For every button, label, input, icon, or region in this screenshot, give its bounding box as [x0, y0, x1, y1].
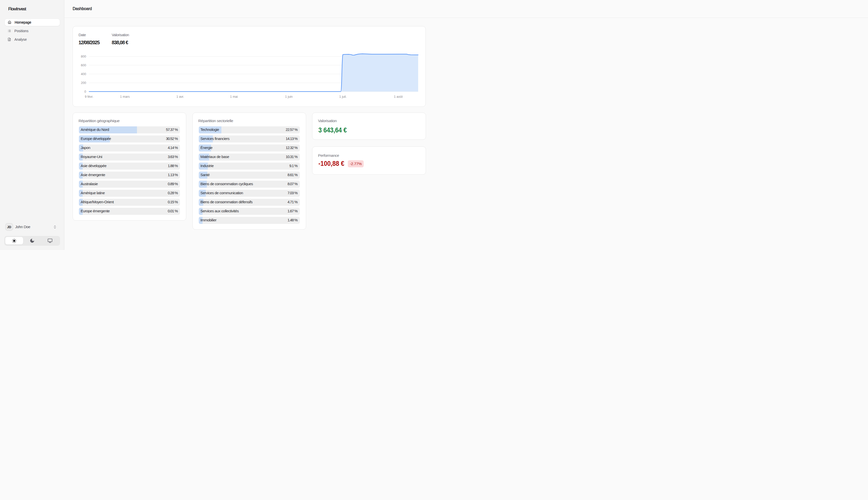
svg-text:1 avr.: 1 avr.	[176, 95, 184, 99]
svg-text:1 août: 1 août	[394, 95, 403, 99]
svg-text:800: 800	[81, 55, 86, 58]
svg-text:1 mai: 1 mai	[230, 95, 238, 99]
svg-text:1 juin: 1 juin	[285, 95, 293, 99]
svg-text:600: 600	[81, 64, 86, 67]
svg-text:1 juil.: 1 juil.	[339, 95, 346, 99]
svg-text:1 mars: 1 mars	[120, 95, 130, 99]
svg-text:9 févr.: 9 févr.	[85, 95, 93, 99]
svg-text:0: 0	[84, 90, 86, 93]
svg-text:200: 200	[81, 81, 86, 85]
svg-text:400: 400	[81, 72, 86, 76]
